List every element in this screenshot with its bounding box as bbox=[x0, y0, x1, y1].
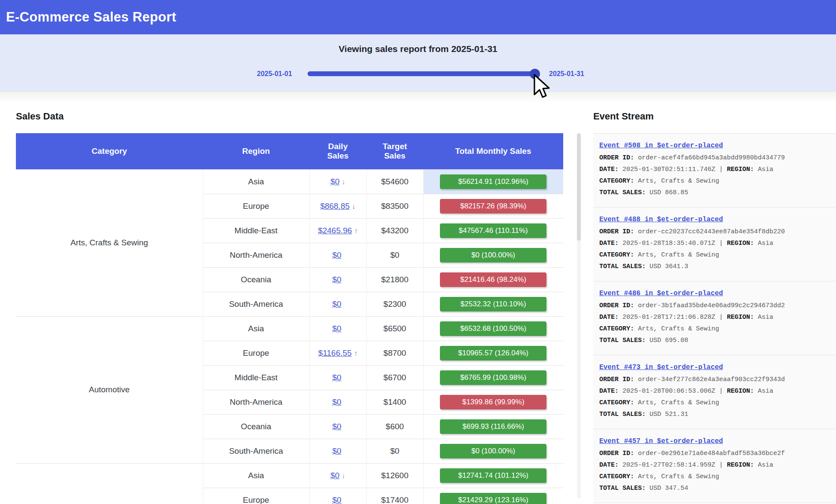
daily-sales-link[interactable]: $0 bbox=[332, 324, 341, 333]
region-cell: North-America bbox=[203, 390, 309, 414]
col-header-total-monthly-sales: Total Monthly Sales bbox=[423, 133, 563, 169]
monthly-sales-badge: $21429.29 (123.16%) bbox=[440, 493, 546, 504]
event-card: Event #508 in $et-order-placed ORDER ID:… bbox=[593, 134, 836, 208]
monthly-sales-badge: $82157.26 (98.39%) bbox=[440, 199, 546, 214]
total-monthly-sales-cell: $2532.32 (110.10%) bbox=[423, 292, 563, 316]
event-link[interactable]: Event #488 in $et-order-placed bbox=[599, 216, 723, 223]
total-monthly-sales-cell: $0 (100.00%) bbox=[423, 439, 563, 463]
event-total-sales-line: TOTAL SALES: USD 868.85 bbox=[599, 187, 832, 199]
event-order-id-line: ORDER ID: order-34ef277c862e4a3eaaf903cc… bbox=[599, 374, 832, 385]
app-header: E-Commerce Sales Report bbox=[0, 0, 836, 34]
event-link[interactable]: Event #473 in $et-order-placed bbox=[599, 363, 723, 371]
mouse-cursor bbox=[533, 74, 552, 103]
daily-sales-link[interactable]: $0 bbox=[332, 373, 341, 382]
target-sales-cell: $0 bbox=[366, 439, 423, 463]
daily-sales-link[interactable]: $0 bbox=[332, 495, 341, 504]
daily-sales-link[interactable]: $0 bbox=[330, 177, 339, 186]
event-stream-panel: Event Stream Event #508 in $et-order-pla… bbox=[593, 107, 836, 504]
daily-sales-link[interactable]: $0 bbox=[332, 397, 341, 406]
table-row: Asia $0↓ $12600 $12741.74 (101.12%) bbox=[16, 463, 563, 488]
table-row: Arts, Crafts & Sewing Asia $0↓ $54600 $5… bbox=[16, 169, 563, 194]
monthly-sales-badge: $6765.99 (100.98%) bbox=[440, 370, 546, 385]
event-link[interactable]: Event #486 in $et-order-placed bbox=[599, 290, 723, 297]
event-date-region-line: DATE: 2025-01-28T17:21:06.828Z | REGION:… bbox=[599, 312, 832, 323]
event-total-sales-line: TOTAL SALES: USD 347.54 bbox=[599, 483, 832, 494]
total-monthly-sales-cell: $82157.26 (98.39%) bbox=[423, 194, 563, 218]
table-row: Automotive Asia $0 $6500 $6532.68 (100.5… bbox=[16, 316, 563, 341]
trend-arrow-icon: ↓ bbox=[342, 178, 345, 186]
region-cell: North-America bbox=[203, 243, 309, 267]
total-monthly-sales-cell: $0 (100.00%) bbox=[423, 243, 563, 267]
daily-sales-cell: $0 bbox=[309, 365, 366, 390]
event-stream-list: Event #508 in $et-order-placed ORDER ID:… bbox=[593, 133, 836, 503]
daily-sales-link[interactable]: $0 bbox=[332, 275, 341, 284]
region-cell: Middle-East bbox=[203, 365, 309, 390]
event-date-region-line: DATE: 2025-01-28T00:06:53.006Z | REGION:… bbox=[599, 385, 832, 397]
region-cell: Europe bbox=[203, 341, 309, 365]
daily-sales-cell: $0 bbox=[309, 439, 366, 463]
total-monthly-sales-cell: $10965.57 (126.04%) bbox=[423, 341, 563, 365]
trend-arrow-icon: ↑ bbox=[354, 349, 358, 357]
target-sales-cell: $21800 bbox=[366, 267, 423, 292]
daily-sales-link[interactable]: $0 bbox=[332, 299, 341, 309]
event-link[interactable]: Event #457 in $et-order-placed bbox=[599, 437, 723, 445]
monthly-sales-badge: $12741.74 (101.12%) bbox=[440, 468, 546, 483]
event-date-region-line: DATE: 2025-01-27T02:58:14.959Z | REGION:… bbox=[599, 459, 832, 471]
daily-sales-cell: $0 bbox=[309, 488, 366, 504]
monthly-sales-badge: $699.93 (116.66%) bbox=[440, 419, 546, 434]
event-category-line: CATEGORY: Arts, Crafts & Sewing bbox=[599, 249, 832, 261]
daily-sales-link[interactable]: $0 bbox=[332, 446, 341, 455]
event-order-id-line: ORDER ID: order-cc20237cc62443ee87ab4e35… bbox=[599, 226, 832, 238]
region-cell: Europe bbox=[203, 194, 309, 218]
event-link[interactable]: Event #508 in $et-order-placed bbox=[599, 142, 723, 150]
daily-sales-cell: $868.85↓ bbox=[309, 194, 366, 218]
col-header-target-sales: Target Sales bbox=[366, 133, 423, 169]
total-monthly-sales-cell: $47567.46 (110.11%) bbox=[423, 218, 563, 243]
event-order-id-line: ORDER ID: order-3b1faad35bde4e06ad99c2c2… bbox=[599, 300, 832, 312]
target-sales-cell: $8700 bbox=[366, 341, 423, 365]
region-cell: South-America bbox=[203, 292, 309, 316]
main-content: Sales Data Category Region Daily Sales T… bbox=[0, 101, 836, 504]
event-card: Event #488 in $et-order-placed ORDER ID:… bbox=[593, 208, 836, 281]
section-divider bbox=[0, 92, 836, 101]
slider-min-label: 2025-01-01 bbox=[257, 70, 292, 78]
total-monthly-sales-cell: $21429.29 (123.16%) bbox=[423, 488, 563, 504]
event-card: Event #473 in $et-order-placed ORDER ID:… bbox=[593, 355, 836, 429]
target-sales-cell: $0 bbox=[366, 243, 423, 267]
daily-sales-link[interactable]: $2465.96 bbox=[318, 226, 352, 235]
region-cell: Asia bbox=[203, 169, 309, 194]
slider-title: Viewing sales report from 2025-01-31 bbox=[0, 34, 836, 54]
event-card: Event #457 in $et-order-placed ORDER ID:… bbox=[593, 429, 836, 503]
category-cell: Automotive bbox=[16, 316, 203, 463]
daily-sales-link[interactable]: $0 bbox=[332, 250, 341, 260]
region-cell: Middle-East bbox=[203, 218, 309, 243]
daily-sales-link[interactable]: $0 bbox=[330, 471, 339, 480]
region-cell: Asia bbox=[203, 316, 309, 341]
trend-arrow-icon: ↓ bbox=[342, 472, 345, 480]
trend-arrow-icon: ↑ bbox=[354, 227, 358, 235]
sales-table: Category Region Daily Sales Target Sales… bbox=[16, 133, 563, 504]
monthly-sales-badge: $56214.91 (102.96%) bbox=[440, 174, 546, 189]
monthly-sales-badge: $1399.86 (99.99%) bbox=[440, 395, 546, 409]
monthly-sales-badge: $0 (100.00%) bbox=[440, 248, 546, 263]
region-cell: Oceania bbox=[203, 414, 309, 439]
daily-sales-cell: $1166.55↑ bbox=[309, 341, 366, 365]
daily-sales-link[interactable]: $868.85 bbox=[320, 202, 350, 211]
daily-sales-link[interactable]: $0 bbox=[332, 422, 341, 431]
total-monthly-sales-cell: $1399.86 (99.99%) bbox=[423, 390, 563, 414]
daily-sales-cell: $0↓ bbox=[309, 463, 366, 488]
event-card: Event #486 in $et-order-placed ORDER ID:… bbox=[593, 281, 836, 355]
region-cell: Asia bbox=[203, 463, 309, 488]
target-sales-cell: $6700 bbox=[366, 365, 423, 390]
target-sales-cell: $1400 bbox=[366, 390, 423, 414]
event-category-line: CATEGORY: Arts, Crafts & Sewing bbox=[599, 397, 832, 409]
target-sales-cell: $600 bbox=[366, 414, 423, 439]
total-monthly-sales-cell: $699.93 (116.66%) bbox=[423, 414, 563, 439]
event-date-region-line: DATE: 2025-01-28T18:35:40.071Z | REGION:… bbox=[599, 238, 832, 249]
col-header-daily-sales: Daily Sales bbox=[309, 133, 366, 169]
sales-data-heading: Sales Data bbox=[16, 111, 582, 122]
table-scrollbar-track[interactable] bbox=[577, 133, 581, 498]
date-slider-track[interactable] bbox=[308, 71, 535, 76]
daily-sales-link[interactable]: $1166.55 bbox=[318, 348, 352, 357]
table-scrollbar-thumb[interactable] bbox=[577, 133, 581, 241]
